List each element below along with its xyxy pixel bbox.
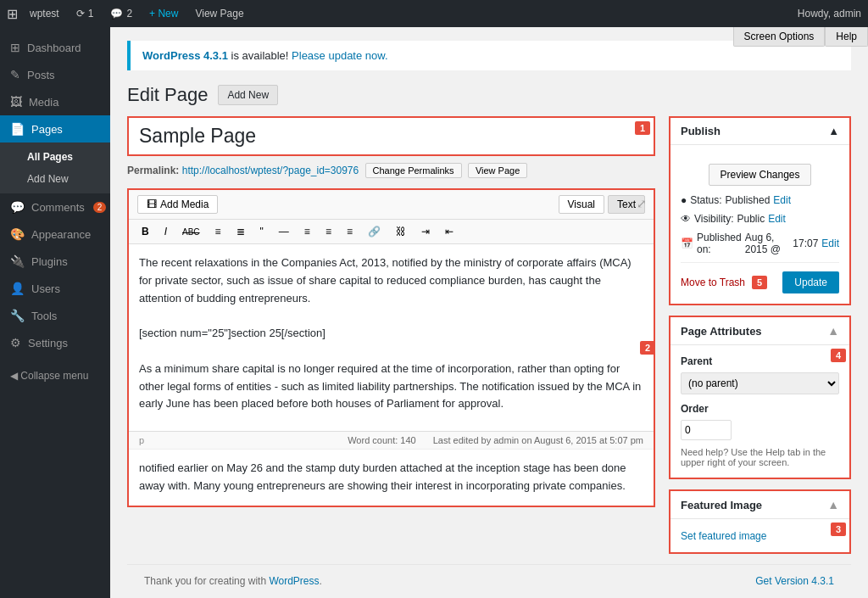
editor-paragraph-2: As a minimum share capital is no longer …: [139, 360, 643, 413]
unlink-button[interactable]: ⛓: [390, 223, 412, 240]
sidebar-item-plugins[interactable]: 🔌 Plugins: [0, 248, 110, 275]
sidebar-sub-add-new[interactable]: Add New: [0, 168, 110, 190]
adminbar-site[interactable]: wptest: [25, 8, 64, 20]
sidebar-item-media[interactable]: 🖼 Media: [0, 88, 110, 115]
ol-button[interactable]: ≣: [231, 223, 251, 240]
sidebar-item-settings[interactable]: ⚙ Settings: [0, 329, 110, 356]
adminbar-view-page[interactable]: View Page: [190, 8, 248, 20]
word-count: Word count: 140: [348, 435, 416, 445]
editor-column: 1 Permalink: http://localhost/wptest/?pa…: [127, 116, 655, 564]
publish-toggle-icon[interactable]: ▲: [828, 125, 839, 137]
indent-button[interactable]: ⇥: [415, 223, 436, 240]
link-button[interactable]: 🔗: [362, 223, 387, 240]
change-permalinks-button[interactable]: Change Permalinks: [365, 163, 462, 178]
featured-image-toggle-icon[interactable]: ▲: [827, 498, 839, 511]
status-edit-link[interactable]: Edit: [773, 194, 791, 206]
visual-mode-button[interactable]: Visual: [559, 195, 604, 214]
sidebar-item-comments[interactable]: 💬 Comments 2: [0, 193, 110, 221]
footer-wp-link[interactable]: WordPress: [269, 575, 319, 587]
published-edit-link[interactable]: Edit: [821, 238, 839, 249]
page-attributes-title: Page Attributes: [681, 325, 762, 338]
footer: Thank you for creating with WordPress. G…: [127, 564, 851, 597]
annotation-1: 1: [635, 121, 650, 135]
status-row: ● Status: Published Edit: [681, 194, 839, 206]
format-toolbar: B I ABC ≡ ≣ " — ≡ ≡ ≡ 🔗 ⛓ ⇥ ⇤ ⤢: [129, 220, 654, 244]
order-input[interactable]: [681, 420, 732, 440]
pages-icon: 📄: [10, 122, 25, 136]
preview-changes-button[interactable]: Preview Changes: [709, 164, 810, 186]
settings-icon: ⚙: [10, 336, 21, 349]
add-media-button[interactable]: 🎞 Add Media: [137, 195, 218, 214]
dashboard-icon: ⊞: [10, 41, 20, 54]
footer-thank-you: Thank you for creating with WordPress.: [144, 575, 322, 587]
update-button[interactable]: Update: [782, 271, 839, 293]
annotation-2: 2: [640, 341, 655, 355]
published-time: 17:07: [793, 238, 818, 249]
featured-image-body: Set featured image 3: [670, 519, 849, 552]
footer-version-link[interactable]: Get Version 4.3.1: [755, 575, 834, 587]
right-sidebar: Publish ▲ Preview Changes ● Status: Publ…: [669, 116, 851, 564]
published-label: Published on:: [697, 232, 742, 255]
align-center-button[interactable]: ≡: [320, 223, 337, 240]
status-icon: ●: [681, 194, 687, 206]
move-to-trash-link[interactable]: Move to Trash: [681, 277, 745, 288]
publish-title: Publish: [681, 125, 721, 137]
sidebar-item-tools[interactable]: 🔧 Tools: [0, 302, 110, 329]
page-attributes-header: Page Attributes ▲: [670, 317, 849, 345]
editor-shortcode: [section num="25"]section 25[/section]: [139, 325, 643, 343]
appearance-icon: 🎨: [10, 227, 25, 241]
expand-editor-button[interactable]: ⤢: [637, 197, 647, 210]
update-icon: ⟳: [76, 8, 85, 20]
annotation-4: 4: [831, 349, 846, 362]
blockquote-button[interactable]: ": [254, 223, 270, 240]
screen-options-button[interactable]: Screen Options: [733, 27, 826, 47]
editor-mode-buttons: Visual Text: [559, 195, 645, 214]
outdent-button[interactable]: ⇤: [439, 223, 459, 240]
notice-update-link[interactable]: Please update now.: [292, 49, 387, 62]
annotation-3: 3: [831, 523, 846, 536]
collapse-menu[interactable]: ◀ Collapse menu: [0, 363, 110, 388]
adminbar-updates[interactable]: ⟳ 1: [71, 8, 99, 20]
ul-button[interactable]: ≡: [209, 223, 227, 240]
publish-actions: Move to Trash 5 Update: [681, 262, 839, 293]
align-right-button[interactable]: ≡: [341, 223, 359, 240]
wp-logo-icon: ⊞: [7, 6, 18, 22]
page-attributes-body: Parent (no parent) Order Need help? Use …: [670, 345, 849, 478]
adminbar-new[interactable]: + New: [144, 8, 183, 20]
adminbar-comments[interactable]: 💬 2: [105, 8, 137, 20]
bold-button[interactable]: B: [136, 223, 155, 240]
screen-options-bar: Screen Options Help: [733, 27, 868, 47]
sidebar-item-appearance[interactable]: 🎨 Appearance: [0, 221, 110, 248]
status-label: Status:: [690, 194, 721, 206]
sidebar-sub-all-pages[interactable]: All Pages: [0, 146, 110, 168]
visibility-edit-link[interactable]: Edit: [768, 213, 786, 225]
notice-wp-version: WordPress 4.3.1: [142, 49, 228, 62]
sidebar-item-posts[interactable]: ✎ Posts: [0, 61, 110, 88]
help-button[interactable]: Help: [825, 27, 868, 47]
view-page-button[interactable]: View Page: [468, 163, 527, 178]
main-content: WordPress 4.3.1 is available! Please upd…: [110, 27, 868, 598]
align-left-button[interactable]: ≡: [298, 223, 316, 240]
plugins-icon: 🔌: [10, 254, 25, 268]
add-new-button[interactable]: Add New: [218, 85, 278, 105]
publish-box: Publish ▲ Preview Changes ● Status: Publ…: [669, 116, 851, 305]
posts-icon: ✎: [10, 68, 20, 81]
parent-label: Parent: [681, 355, 839, 367]
page-title-input[interactable]: [129, 118, 654, 154]
sidebar-item-dashboard[interactable]: ⊞ Dashboard: [0, 34, 110, 61]
featured-image-title: Featured Image: [681, 499, 762, 511]
sidebar-item-pages[interactable]: 📄 Pages: [0, 115, 110, 143]
page-attributes-toggle-icon[interactable]: ▲: [827, 324, 839, 338]
sidebar-item-users[interactable]: 👤 Users: [0, 275, 110, 302]
hr-button[interactable]: —: [273, 223, 295, 240]
set-featured-image-link[interactable]: Set featured image: [681, 530, 766, 542]
italic-button[interactable]: I: [159, 223, 173, 240]
editor-content[interactable]: The recent relaxations in the Companies …: [129, 244, 654, 431]
parent-select[interactable]: (no parent): [681, 372, 839, 394]
permalink-url[interactable]: http://localhost/wptest/?page_id=30976: [182, 165, 359, 176]
attributes-help-text: Need help? Use the Help tab in the upper…: [681, 447, 839, 467]
abc-button[interactable]: ABC: [176, 225, 206, 239]
editor-box: 🎞 Add Media Visual Text B I ABC ≡ ≣: [127, 188, 655, 507]
publish-body: Preview Changes ● Status: Published Edit…: [670, 145, 849, 304]
visibility-row: 👁 Visibility: Public Edit: [681, 213, 839, 225]
